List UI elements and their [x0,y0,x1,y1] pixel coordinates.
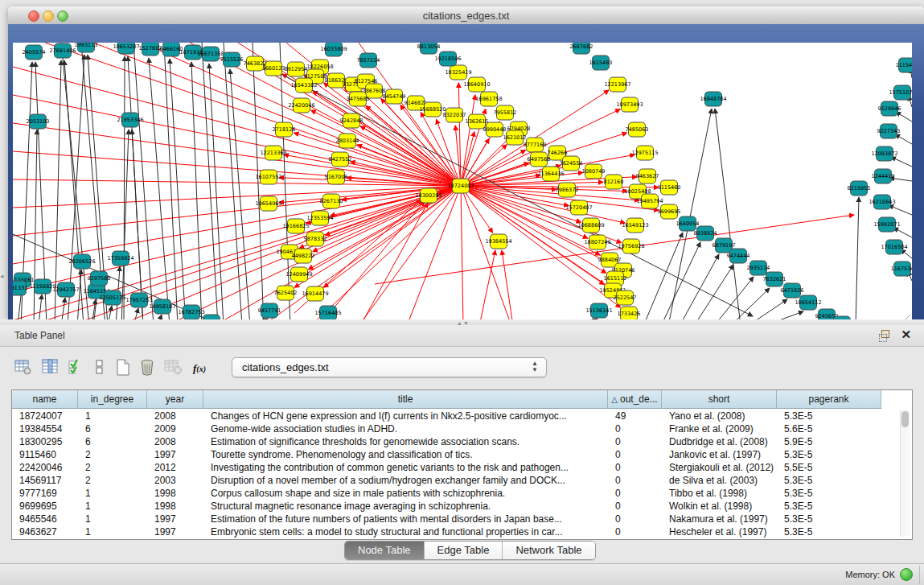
network-node[interactable]: 15720407 [565,200,592,215]
network-node[interactable]: 16848784 [700,92,726,106]
citation-edge-black[interactable] [230,69,250,326]
network-node[interactable]: 9115460 [658,180,681,195]
table-cell[interactable]: 5.5E-5 [777,461,881,474]
table-row[interactable]: 911546021997Tourette syndrome. Phenomeno… [12,448,912,461]
table-cell[interactable]: 5.3E-5 [777,410,881,422]
citation-edge-black[interactable] [694,265,733,326]
network-node[interactable]: 16961758 [475,92,502,106]
select-all-button[interactable] [68,359,87,378]
network-node[interactable]: 1244419 [872,169,895,183]
network-node[interactable]: 8427552 [329,152,352,167]
table-cell[interactable]: de Silva et al. (2003) [662,474,777,487]
table-cell[interactable]: 18724007 [12,410,78,422]
table-cell[interactable]: 5.3E-5 [777,500,881,513]
network-node[interactable]: 9474444 [727,249,750,263]
network-node[interactable]: 10973493 [616,97,643,112]
table-cell[interactable]: 2 [78,461,147,474]
citation-edge-black[interactable] [661,242,700,326]
table-cell[interactable]: 18300295 [12,435,78,448]
table-cell[interactable]: Genome-wide association studies in ADHD. [203,422,608,435]
citation-edge-black[interactable] [895,134,912,144]
table-cell[interactable]: Wolkin et al. (1998) [662,500,777,513]
network-node[interactable]: 7857224 [357,53,380,68]
table-cell[interactable]: Disruption of a novel member of a sodium… [203,474,608,487]
column-header-year[interactable]: year [147,390,203,409]
citation-edge-black[interactable] [889,205,912,215]
network-node[interactable]: 9463627 [636,169,659,183]
table-cell[interactable]: 9777169 [12,487,78,500]
network-node[interactable]: 6497568 [528,152,551,167]
table-cell[interactable]: 49 [608,410,662,422]
citation-edge-black[interactable] [893,228,912,237]
table-scrollbar-thumb[interactable] [901,411,909,427]
table-row[interactable]: 1872400712008Changes of HCN gene express… [12,410,912,422]
citation-edge-black[interactable] [714,277,754,326]
network-node[interactable]: 7632621 [763,272,786,286]
table-cell[interactable]: 9699695 [12,500,78,513]
table-row[interactable]: 1830029562008Estimation of significance … [12,435,912,448]
network-node[interactable]: 2053103 [27,114,50,129]
memory-status-indicator[interactable] [900,568,913,581]
network-node[interactable]: 21364436 [537,167,564,181]
table-cell[interactable]: 9115460 [12,448,78,461]
table-cell[interactable]: 1 [78,487,147,500]
table-cell[interactable]: 6 [78,422,147,435]
show-columns-button[interactable] [42,359,61,378]
network-node[interactable]: 7986372 [556,183,579,197]
table-cell[interactable]: 0 [608,474,662,487]
citation-edge-black[interactable] [77,270,81,326]
table-cell[interactable]: Nakamura et al. (1997) [662,513,777,525]
network-canvas[interactable]: 1872400718300295193845548660123891295418… [13,43,912,326]
network-node[interactable]: 6471626 [781,283,804,298]
network-node[interactable]: 9129946 [878,101,901,116]
network-node[interactable]: 17359924 [107,251,133,266]
table-cell[interactable]: 1 [78,500,147,513]
network-node[interactable]: 2405574 [23,45,46,60]
table-cell[interactable]: Tourette syndrome. Phenomenology and cla… [203,448,608,461]
network-node[interactable]: 8938924 [694,226,717,241]
table-cell[interactable]: Dudbridge et al. (2008) [662,435,777,448]
table-cell[interactable]: 6 [78,435,147,448]
citation-edge-red[interactable] [461,186,463,326]
network-node[interactable]: 9242848 [340,113,363,128]
network-node[interactable]: 10688609 [577,218,604,233]
table-cell[interactable]: Investigating the contribution of common… [203,461,608,474]
citation-edge-black[interactable] [170,59,186,326]
table-cell[interactable]: 0 [608,500,662,513]
table-cell[interactable]: 2012 [147,461,203,474]
network-node[interactable]: 18807249 [584,235,610,249]
network-node[interactable]: 16549123 [622,218,648,233]
network-node[interactable]: 7463822 [244,56,267,71]
citation-edge-black[interactable] [715,109,741,326]
table-cell[interactable]: 14569117 [12,474,78,487]
network-node[interactable]: 8267130 [320,194,343,208]
network-node[interactable]: 1527602 [139,43,162,56]
table-cell[interactable]: 2008 [147,410,203,422]
table-row[interactable]: 977716911998Corpus callosum shape and si… [12,487,912,500]
window-titlebar[interactable]: citations_edges.txt [8,6,924,25]
table-cell[interactable]: 0 [608,435,662,448]
network-node[interactable]: 15136141 [585,303,612,318]
panel-collapse-arrow-icon[interactable]: ◂ [0,272,4,280]
network-node[interactable]: 7955812 [494,105,517,120]
network-node[interactable]: 1993113 [75,43,98,52]
network-node[interactable]: 1167534 [891,262,912,276]
table-cell[interactable]: 1997 [147,513,203,525]
network-node[interactable]: 1640954 [676,216,700,231]
table-row[interactable]: 946554611997Estimation of the future num… [12,513,912,525]
table-cell[interactable]: 1997 [147,525,203,538]
citation-edge-black[interactable] [209,64,224,326]
table-cell[interactable]: 1 [78,513,147,525]
network-node[interactable]: 18325419 [445,65,471,80]
network-node[interactable]: 9227343 [877,124,901,138]
table-cell[interactable]: Changes of HCN gene expression and I(f) … [203,410,608,422]
table-cell[interactable]: Yano et al. (2008) [662,410,777,422]
table-cell[interactable]: 0 [608,513,662,525]
table-cell[interactable]: 5.9E-5 [777,435,881,448]
citation-edge-black[interactable] [680,254,719,326]
network-node[interactable]: 12093872 [871,146,897,161]
network-node[interactable]: 2522547 [614,290,637,305]
column-header-in_degree[interactable]: in_degree [78,390,147,409]
column-header-out_de[interactable]: △out_de... [608,390,662,409]
new-column-button[interactable] [114,359,133,378]
